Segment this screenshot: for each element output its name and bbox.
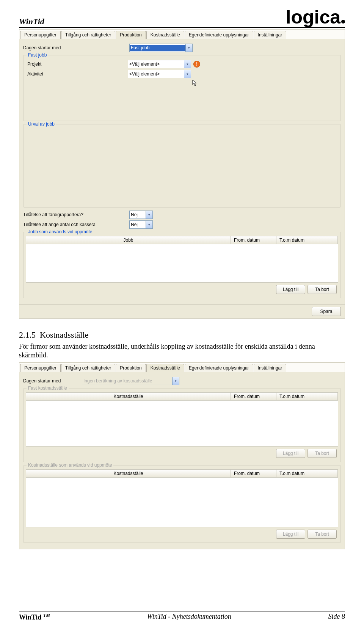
uppmote-kostnad-fieldset: Kostnadsställe som används vid uppmöte K…	[23, 465, 341, 543]
remove-button: Ta bort	[308, 449, 337, 458]
fast-table-header: Kostnadsställe From. datum T.o.m datum	[26, 392, 338, 401]
section-body: För firmor som använder kostnadsställe, …	[19, 342, 345, 360]
tab-bar: Personuppgifter Tillgång och rättigheter…	[19, 30, 345, 39]
tab-produktion[interactable]: Produktion	[116, 364, 146, 372]
chevron-down-icon: ▾	[146, 221, 152, 228]
cursor-icon	[192, 80, 337, 86]
logica-logo: logica	[286, 8, 345, 27]
page-header: WinTid logica	[19, 8, 345, 28]
add-button[interactable]: Lägg till	[276, 285, 305, 294]
chevron-down-icon: ▾	[184, 60, 191, 68]
footer-center: WinTid - Nyhetsdokumentation	[147, 613, 231, 621]
page-footer: WinTid TM WinTid - Nyhetsdokumentation S…	[19, 612, 345, 621]
chevron-down-icon: ▾	[172, 377, 179, 385]
header-title: WinTid	[19, 17, 44, 27]
section-heading: 2.1.5 Kostnadsställe	[19, 330, 345, 340]
screenshot-produktion: Personuppgifter Tillgång och rättigheter…	[19, 29, 345, 319]
footer-left: WinTid TM	[19, 613, 50, 621]
fast-table-body	[26, 401, 338, 447]
tab-installningar[interactable]: Inställningar	[254, 364, 287, 372]
tab-egendefinierade[interactable]: Egendefinierade upplysningar	[185, 364, 253, 372]
tab-bar-2: Personuppgifter Tillgång och rättigheter…	[19, 363, 345, 372]
jobb-table-header: Jobb From. datum T.o.m datum	[26, 236, 338, 244]
tab-personuppgifter[interactable]: Personuppgifter	[20, 364, 61, 372]
aktivitet-select[interactable]: <Välj element> ▾	[128, 70, 191, 78]
dagen-select-2: Ingen beräkning av kostnadsställe ▾	[82, 377, 179, 385]
tillat2-select[interactable]: Nej ▾	[129, 220, 153, 229]
tab-egendefinierade[interactable]: Egendefinierade upplysningar	[185, 31, 253, 39]
chevron-down-icon: ▾	[146, 211, 152, 219]
remove-button[interactable]: Ta bort	[308, 285, 337, 294]
chevron-down-icon: ▾	[184, 70, 191, 78]
tab-produktion[interactable]: Produktion	[116, 31, 146, 39]
tab-kostnadsstalle[interactable]: Kostnadsställe	[146, 364, 184, 372]
remove-button: Ta bort	[308, 530, 337, 539]
tab-kostnadsstalle[interactable]: Kostnadsställe	[146, 31, 184, 39]
tab-personuppgifter[interactable]: Personuppgifter	[20, 31, 61, 39]
dagen-label-2: Dagen startar med	[23, 378, 82, 384]
aktivitet-label: Aktivitet	[27, 71, 128, 77]
warning-icon: !	[193, 61, 200, 68]
screenshot-kostnadsstalle: Personuppgifter Tillgång och rättigheter…	[19, 362, 345, 549]
tillat1-select[interactable]: Nej ▾	[129, 211, 153, 219]
add-button: Lägg till	[276, 530, 305, 539]
tillat1-label: Tillåtelse att färdigrapportera?	[23, 212, 129, 217]
add-button: Lägg till	[276, 449, 305, 458]
projekt-select[interactable]: <Välj element> ▾	[128, 60, 191, 68]
fast-kostnad-fieldset: Fast kostnadsställe Kostnadsställe From.…	[23, 388, 341, 462]
tab-tillgang[interactable]: Tillgång och rättigheter	[61, 31, 116, 39]
footer-right: Side 8	[328, 613, 345, 621]
save-button[interactable]: Spara	[312, 307, 341, 316]
tab-tillgang[interactable]: Tillgång och rättigheter	[61, 364, 116, 372]
jobb-table-body	[26, 244, 338, 283]
upp-table-header: Kostnadsställe From. datum T.o.m datum	[26, 469, 338, 478]
projekt-label: Projekt	[27, 61, 128, 67]
jobb-uppmote-fieldset: Jobb som används vid uppmöte Jobb From. …	[23, 232, 341, 298]
upp-table-body	[26, 478, 338, 527]
tab-installningar[interactable]: Inställningar	[254, 31, 287, 39]
tillat2-label: Tillåtelse att ange antal och kassera	[23, 222, 129, 227]
fastjobb-fieldset: Fast jobb Projekt <Välj element> ▾ ! Akt…	[23, 55, 341, 121]
dagen-label: Dagen startar med	[23, 45, 129, 50]
chevron-down-icon: ▾	[185, 44, 192, 52]
urval-fieldset: Urval av jobb	[23, 124, 341, 208]
dagen-select[interactable]: Fast jobb ▾	[129, 44, 193, 52]
